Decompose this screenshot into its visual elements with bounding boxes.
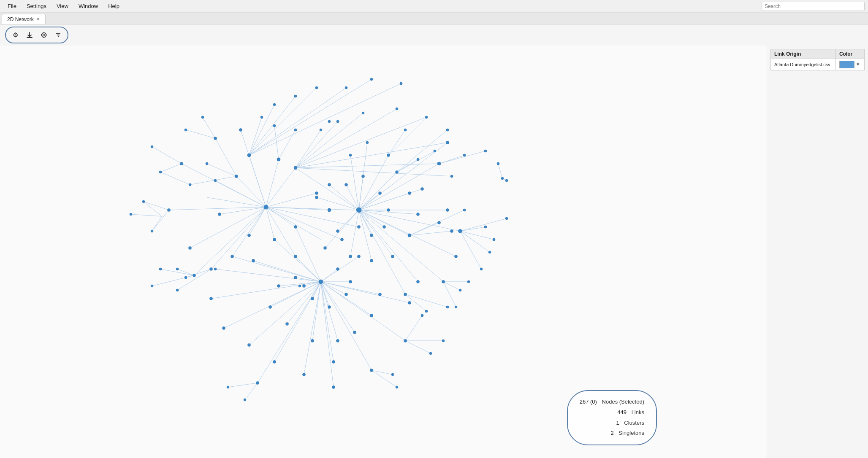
svg-point-213	[455, 255, 458, 258]
svg-point-242	[332, 361, 335, 364]
svg-point-236	[315, 192, 318, 195]
svg-point-257	[370, 259, 373, 262]
svg-line-134	[397, 151, 435, 172]
svg-point-208	[446, 141, 449, 144]
svg-line-139	[439, 151, 486, 164]
svg-point-203	[434, 150, 436, 152]
svg-point-243	[332, 386, 335, 389]
svg-point-212	[450, 230, 453, 233]
svg-point-288	[227, 386, 229, 388]
svg-line-138	[439, 155, 464, 164]
link-origin-value[interactable]: Atlanta Dummyedgelist.csv	[771, 59, 836, 70]
svg-point-170	[159, 171, 162, 173]
svg-point-221	[484, 150, 487, 152]
svg-point-165	[235, 175, 238, 178]
svg-point-266	[408, 302, 411, 304]
svg-point-229	[294, 226, 297, 229]
svg-point-293	[252, 259, 255, 262]
filter-button[interactable]	[52, 29, 64, 41]
stats-box: 267 (0) Nodes (Selected) 449 Links 1 Clu…	[567, 390, 657, 445]
svg-point-215	[458, 229, 462, 233]
svg-point-291	[248, 234, 251, 237]
search-input[interactable]	[762, 2, 865, 11]
svg-line-89	[304, 282, 321, 374]
svg-line-136	[388, 130, 405, 155]
main-area: 267 (0) Nodes (Selected) 449 Links 1 Clu…	[0, 46, 868, 458]
svg-point-1	[43, 34, 45, 36]
svg-point-196	[404, 129, 407, 131]
tab-2d-network[interactable]: 2D Network ✕	[2, 14, 46, 24]
svg-point-264	[404, 293, 407, 296]
svg-line-150	[245, 383, 258, 400]
svg-point-219	[467, 280, 470, 283]
svg-line-81	[274, 240, 321, 282]
svg-point-299	[286, 323, 289, 326]
color-dropdown-arrow[interactable]: ▼	[856, 62, 860, 67]
menu-window[interactable]: Window	[74, 2, 102, 10]
svg-line-103	[249, 88, 346, 155]
svg-point-261	[383, 226, 386, 229]
svg-line-32	[266, 207, 355, 210]
menu-bar: File Settings View Window Help	[0, 0, 868, 13]
menu-file[interactable]: File	[3, 2, 21, 10]
menu-help[interactable]: Help	[104, 2, 124, 10]
settings-button[interactable]: ⚙	[9, 29, 21, 41]
svg-line-159	[152, 216, 162, 231]
svg-point-217	[463, 154, 466, 156]
svg-point-302	[130, 213, 132, 216]
svg-point-218	[463, 209, 466, 211]
nodes-row: 267 (0) Nodes (Selected)	[580, 397, 644, 407]
svg-point-228	[294, 166, 297, 170]
color-swatch[interactable]	[839, 61, 854, 68]
svg-point-168	[189, 183, 191, 186]
svg-line-9	[236, 176, 266, 207]
svg-point-200	[417, 213, 420, 216]
network-canvas[interactable]: 267 (0) Nodes (Selected) 449 Links 1 Clu…	[0, 46, 767, 458]
svg-point-290	[244, 399, 246, 401]
download-button[interactable]	[24, 29, 35, 41]
svg-point-271	[442, 339, 445, 342]
svg-point-226	[501, 177, 504, 180]
svg-point-184	[345, 86, 347, 89]
svg-point-227	[505, 217, 508, 220]
search-container	[762, 2, 865, 11]
svg-point-230	[294, 255, 297, 258]
svg-point-277	[176, 268, 179, 270]
svg-line-40	[317, 197, 359, 210]
svg-point-278	[176, 289, 179, 291]
svg-point-280	[189, 247, 192, 250]
svg-point-241	[328, 306, 331, 309]
svg-line-95	[321, 282, 410, 303]
link-color-cell[interactable]: ▼	[835, 59, 864, 70]
svg-line-158	[131, 214, 162, 216]
svg-point-188	[370, 78, 373, 81]
svg-line-147	[405, 315, 422, 341]
svg-point-189	[379, 192, 382, 195]
tab-label: 2D Network	[7, 16, 34, 22]
svg-point-182	[328, 120, 331, 123]
menu-settings[interactable]: Settings	[22, 2, 51, 10]
tab-close-button[interactable]: ✕	[36, 17, 40, 22]
svg-point-297	[273, 361, 276, 364]
svg-point-276	[168, 209, 171, 212]
svg-line-59	[359, 210, 443, 282]
svg-point-238	[324, 247, 327, 250]
svg-point-247	[341, 238, 344, 241]
svg-line-145	[405, 341, 431, 353]
svg-point-234	[311, 297, 314, 300]
svg-line-131	[460, 231, 481, 269]
menu-view[interactable]: View	[52, 2, 73, 10]
target-button[interactable]	[38, 29, 50, 41]
svg-point-209	[446, 209, 449, 212]
svg-point-222	[484, 226, 487, 228]
svg-point-294	[256, 382, 259, 385]
col-color: Color	[835, 49, 864, 59]
svg-point-198	[408, 234, 411, 237]
svg-point-258	[370, 314, 373, 317]
svg-line-104	[249, 79, 372, 155]
svg-line-98	[190, 176, 236, 185]
svg-line-100	[249, 105, 274, 155]
svg-point-211	[450, 175, 453, 178]
svg-point-167	[206, 162, 208, 165]
svg-line-83	[232, 256, 321, 282]
